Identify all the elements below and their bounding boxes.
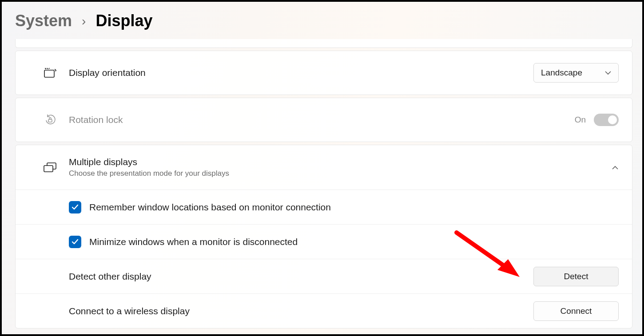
svg-rect-1 xyxy=(48,119,52,122)
wireless-display-row: Connect to a wireless display Connect xyxy=(16,293,632,328)
svg-rect-0 xyxy=(44,70,54,77)
breadcrumb: System › Display xyxy=(2,2,642,37)
multiple-displays-icon xyxy=(43,160,57,174)
rotation-lock-toggle[interactable] xyxy=(594,114,619,126)
minimize-windows-checkbox[interactable] xyxy=(69,236,81,248)
detect-button[interactable]: Detect xyxy=(533,267,619,286)
chevron-up-icon xyxy=(612,165,619,170)
minimize-windows-row: Minimize windows when a monitor is disco… xyxy=(16,224,632,259)
multiple-displays-header[interactable]: Multiple displays Choose the presentatio… xyxy=(16,145,632,190)
svg-rect-3 xyxy=(44,166,53,172)
rotation-lock-card: Rotation lock On xyxy=(15,98,632,142)
detect-display-label: Detect other display xyxy=(69,271,151,282)
rotation-lock-state: On xyxy=(575,115,586,125)
wireless-display-label: Connect to a wireless display xyxy=(69,306,190,316)
orientation-select[interactable]: Landscape xyxy=(533,63,619,83)
orientation-title: Display orientation xyxy=(69,67,533,78)
chevron-down-icon xyxy=(605,71,611,75)
remember-locations-row: Remember window locations based on monit… xyxy=(16,190,632,224)
rotation-lock-title: Rotation lock xyxy=(69,115,575,125)
truncated-card xyxy=(15,39,632,48)
chevron-right-icon: › xyxy=(82,14,86,28)
orientation-value: Landscape xyxy=(541,68,582,78)
remember-locations-checkbox[interactable] xyxy=(69,201,81,213)
breadcrumb-current: Display xyxy=(95,12,152,30)
multiple-displays-card: Multiple displays Choose the presentatio… xyxy=(15,145,632,328)
display-orientation-card: Display orientation Landscape xyxy=(15,51,632,95)
remember-locations-label: Remember window locations based on monit… xyxy=(89,202,331,213)
orientation-icon xyxy=(43,66,57,80)
rotation-lock-icon xyxy=(43,113,57,127)
minimize-windows-label: Minimize windows when a monitor is disco… xyxy=(89,237,298,247)
connect-button[interactable]: Connect xyxy=(533,301,619,321)
detect-display-row: Detect other display Detect xyxy=(16,259,632,293)
breadcrumb-parent[interactable]: System xyxy=(15,12,72,30)
multiple-displays-title: Multiple displays xyxy=(69,157,612,167)
multiple-displays-subtitle: Choose the presentation mode for your di… xyxy=(69,169,612,178)
